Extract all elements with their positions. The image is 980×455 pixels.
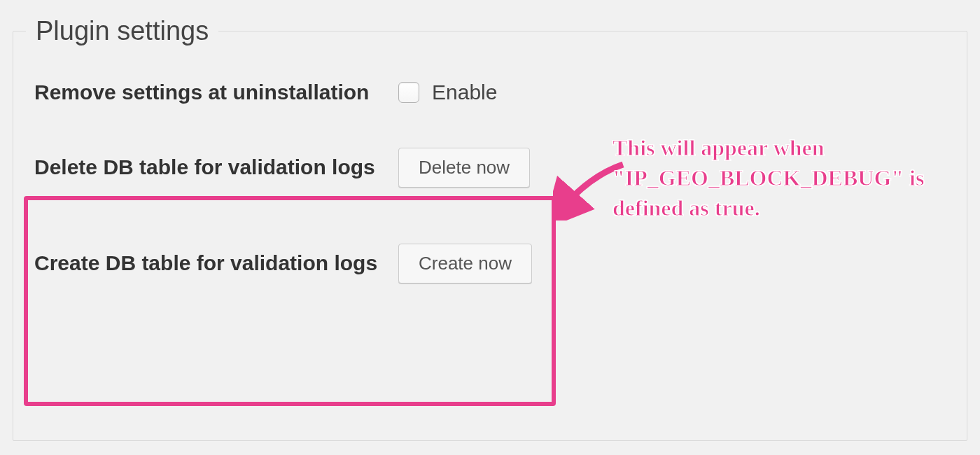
create-db-label: Create DB table for validation logs <box>34 250 398 276</box>
remove-settings-label: Remove settings at uninstallation <box>34 79 398 106</box>
remove-settings-checkbox-text: Enable <box>432 80 497 104</box>
create-now-button[interactable]: Create now <box>398 244 532 284</box>
debug-rows: Delete DB table for validation logs Dele… <box>13 120 967 312</box>
remove-settings-checkbox[interactable] <box>398 82 419 103</box>
fieldset-legend: Plugin settings <box>26 18 218 44</box>
delete-db-row: Delete DB table for validation logs Dele… <box>13 120 967 216</box>
create-db-row: Create DB table for validation logs Crea… <box>13 216 967 312</box>
delete-db-control: Delete now <box>398 148 530 188</box>
create-db-control: Create now <box>398 244 532 284</box>
delete-now-button[interactable]: Delete now <box>398 148 530 188</box>
remove-settings-control: Enable <box>398 80 497 104</box>
plugin-settings-fieldset: Plugin settings Remove settings at unins… <box>13 18 967 441</box>
remove-settings-row: Remove settings at uninstallation Enable <box>13 65 967 120</box>
delete-db-label: Delete DB table for validation logs <box>34 154 398 181</box>
